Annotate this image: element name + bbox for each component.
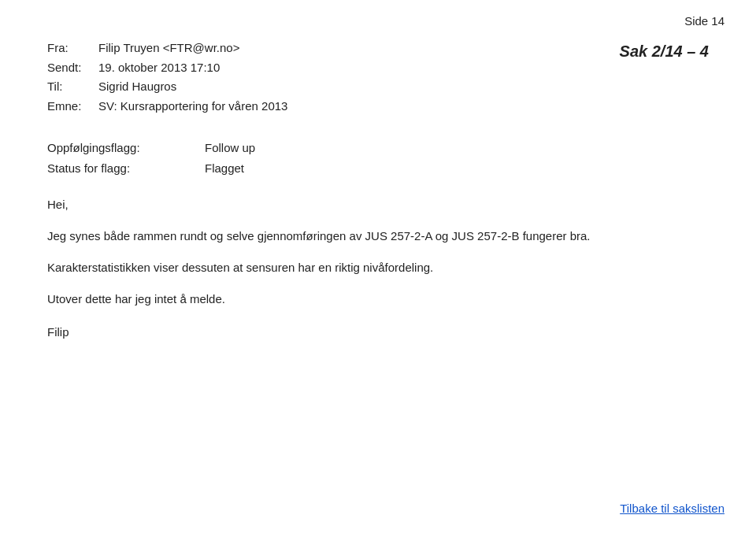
sendt-row: Sendt: 19. oktober 2013 17:10: [47, 59, 287, 77]
status-value: Flagget: [205, 159, 244, 178]
fra-label: Fra:: [47, 39, 98, 57]
status-label: Status for flagg:: [47, 159, 205, 178]
sak-title: Sak 2/14 – 4: [620, 43, 709, 61]
back-to-list-link[interactable]: Tilbake til sakslisten: [620, 502, 724, 515]
paragraph2: Karakterstatistikken viser dessuten at s…: [47, 258, 709, 277]
fra-value: Filip Truyen <FTR@wr.no>: [98, 39, 239, 57]
flag-section: Oppfølgingsflagg: Follow up Status for f…: [47, 139, 709, 178]
fra-row: Fra: Filip Truyen <FTR@wr.no>: [47, 39, 287, 57]
signature: Filip: [47, 323, 709, 342]
status-row: Status for flagg: Flagget: [47, 159, 709, 178]
header-section: Fra: Filip Truyen <FTR@wr.no> Sendt: 19.…: [47, 39, 709, 117]
greeting: Hei,: [47, 195, 709, 214]
oppfolging-value: Follow up: [205, 139, 255, 157]
body-section: Hei, Jeg synes både rammen rundt og selv…: [47, 195, 709, 342]
oppfolging-label: Oppfølgingsflagg:: [47, 139, 205, 157]
sendt-value: 19. oktober 2013 17:10: [98, 59, 220, 77]
paragraph3: Utover dette har jeg intet å melde.: [47, 290, 709, 309]
til-row: Til: Sigrid Haugros: [47, 78, 287, 96]
til-label: Til:: [47, 78, 98, 96]
email-meta: Fra: Filip Truyen <FTR@wr.no> Sendt: 19.…: [47, 39, 287, 117]
emne-label: Emne:: [47, 98, 98, 116]
page-container: Side 14 Fra: Filip Truyen <FTR@wr.no> Se…: [0, 0, 756, 537]
sendt-label: Sendt:: [47, 59, 98, 77]
emne-row: Emne: SV: Kursrapportering for våren 201…: [47, 98, 287, 116]
page-number: Side 14: [684, 14, 724, 28]
paragraph1: Jeg synes både rammen rundt og selve gje…: [47, 227, 709, 246]
emne-value: SV: Kursrapportering for våren 2013: [98, 98, 287, 116]
oppfolging-row: Oppfølgingsflagg: Follow up: [47, 139, 709, 157]
til-value: Sigrid Haugros: [98, 78, 176, 96]
